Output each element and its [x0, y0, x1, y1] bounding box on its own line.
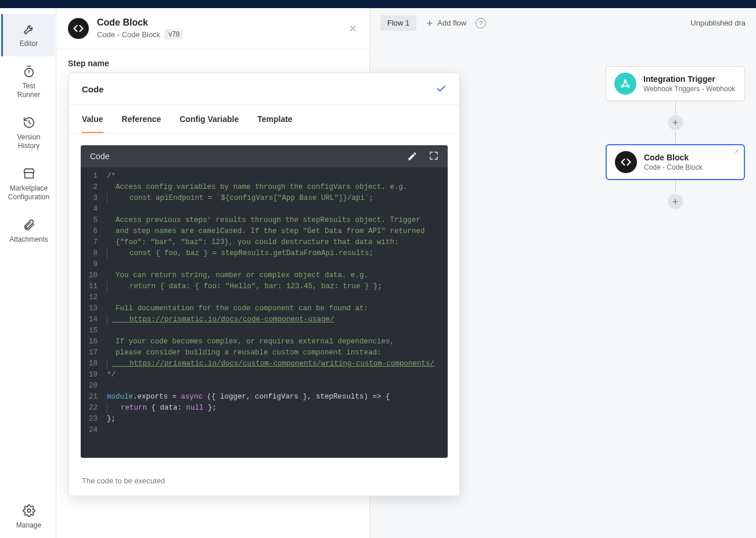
sidebar-item-editor[interactable]: Editor [1, 14, 55, 56]
editor-toolbar: Code [81, 145, 448, 167]
tab-template[interactable]: Template [257, 105, 292, 133]
help-icon[interactable]: ? [476, 18, 486, 28]
version-badge: v78 [165, 29, 183, 40]
gear-icon [22, 504, 36, 518]
step-name-label: Step name [56, 49, 369, 68]
step-title: Code Block [97, 17, 183, 28]
fullscreen-icon[interactable] [429, 151, 438, 162]
connector-line [675, 131, 676, 144]
add-flow-label: Add flow [437, 19, 466, 27]
sidebar-item-label: Editor [20, 40, 38, 48]
sidebar-item-label: Test Runner [17, 82, 40, 99]
wrench-icon [22, 22, 36, 36]
connector-line [675, 180, 676, 193]
editor-label: Code [90, 152, 109, 161]
add-step-button[interactable] [668, 115, 683, 130]
tab-value[interactable]: Value [82, 105, 103, 133]
sidebar-item-label: Manage [16, 521, 41, 530]
sidebar-item-label: Version History [17, 133, 40, 150]
edit-icon[interactable] [407, 151, 417, 162]
close-panel-button[interactable] [348, 24, 358, 33]
confirm-button[interactable] [436, 84, 447, 94]
node-subtitle: Code - Code Block [644, 163, 703, 171]
node-title: Code Block [644, 153, 703, 162]
drawer-tabs: Value Reference Config Variable Template [69, 105, 459, 134]
sidebar-item-test-runner[interactable]: Test Runner [2, 56, 56, 107]
add-step-button[interactable] [668, 194, 683, 209]
sidebar-item-version-history[interactable]: Version History [2, 107, 56, 159]
node-trigger[interactable]: Integration Trigger Webhook Triggers - W… [606, 66, 745, 101]
node-title: Integration Trigger [643, 74, 735, 84]
svg-point-1 [27, 509, 31, 512]
code-editor[interactable]: Code 1 2 3 4 5 6 7 8 9 10 11 12 13 14 15… [81, 145, 448, 458]
sidebar-item-label: Attachments [9, 235, 48, 244]
tab-config-variable[interactable]: Config Variable [179, 105, 239, 133]
canvas-toolbar: Flow 1 Add flow ? Unpublished dra [370, 15, 756, 37]
input-help-text: The code to be executed [69, 469, 459, 496]
drawer-header: Code [69, 73, 459, 105]
code-body[interactable]: 1 2 3 4 5 6 7 8 9 10 11 12 13 14 15 16 1… [81, 167, 448, 458]
node-close-button[interactable] [733, 148, 740, 155]
node-subtitle: Webhook Triggers - Webhook [643, 85, 735, 93]
history-icon [22, 116, 36, 130]
step-subtitle: Code - Code Block [97, 30, 160, 39]
sidebar-item-attachments[interactable]: Attachments [2, 210, 56, 252]
code-input-drawer: Code Value Reference Config Variable Tem… [69, 73, 460, 496]
sidebar-item-marketplace[interactable]: Marketplace Configuration [2, 159, 56, 210]
flow-nodes: Integration Trigger Webhook Triggers - W… [603, 66, 748, 210]
add-flow-button[interactable]: Add flow [426, 19, 466, 27]
flow-tab[interactable]: Flow 1 [380, 15, 416, 31]
sidebar-item-manage[interactable]: Manage [2, 496, 56, 538]
webhook-icon [614, 73, 636, 95]
connector-line [675, 101, 676, 114]
tab-reference[interactable]: Reference [122, 105, 161, 133]
line-gutter: 1 2 3 4 5 6 7 8 9 10 11 12 13 14 15 16 1… [81, 167, 103, 458]
code-icon [615, 151, 637, 173]
publish-status: Unpublished dra [690, 19, 746, 27]
storefront-icon [22, 167, 36, 181]
sidebar: Editor Test Runner Version History Marke… [0, 8, 56, 538]
code-content[interactable]: /* Access config variables by name throu… [103, 167, 448, 458]
drawer-title: Code [82, 84, 104, 94]
sidebar-item-label: Marketplace Configuration [8, 184, 49, 202]
node-code-block[interactable]: Code Block Code - Code Block [606, 144, 745, 180]
app-topbar [0, 0, 756, 8]
code-icon [68, 18, 89, 39]
paperclip-icon [22, 218, 36, 232]
stopwatch-icon [22, 64, 36, 78]
step-header: Code Block Code - Code Block v78 [56, 8, 369, 49]
